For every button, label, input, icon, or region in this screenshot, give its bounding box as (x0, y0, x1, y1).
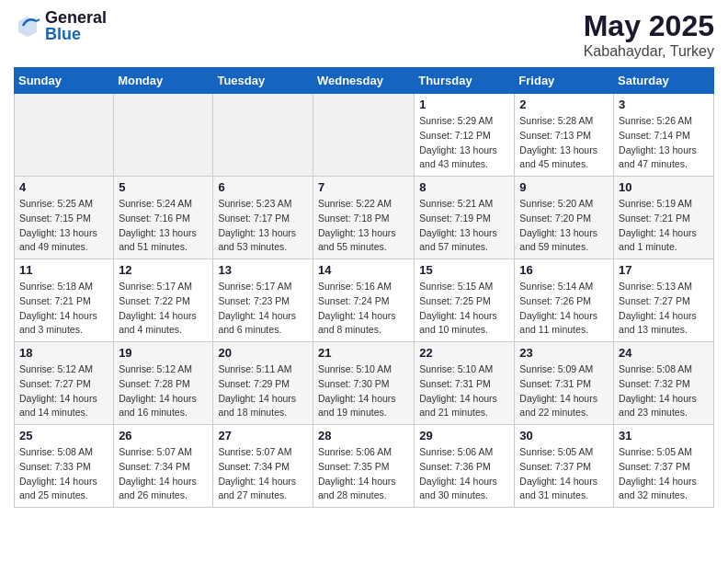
logo-icon (14, 12, 41, 40)
calendar-cell: 2Sunrise: 5:28 AMSunset: 7:13 PMDaylight… (515, 94, 614, 177)
day-info: Sunrise: 5:08 AMSunset: 7:33 PMDaylight:… (19, 445, 108, 503)
calendar-week-row: 1Sunrise: 5:29 AMSunset: 7:12 PMDaylight… (15, 94, 714, 177)
day-info: Sunrise: 5:21 AMSunset: 7:19 PMDaylight:… (419, 197, 509, 255)
calendar-cell: 7Sunrise: 5:22 AMSunset: 7:18 PMDaylight… (313, 177, 414, 259)
day-header-thursday: Thursday (415, 68, 515, 94)
day-number: 16 (519, 263, 609, 277)
day-info: Sunrise: 5:28 AMSunset: 7:13 PMDaylight:… (519, 114, 609, 172)
calendar-cell: 25Sunrise: 5:08 AMSunset: 7:33 PMDayligh… (15, 425, 114, 508)
calendar-cell: 18Sunrise: 5:12 AMSunset: 7:27 PMDayligh… (15, 342, 114, 425)
calendar-cell: 12Sunrise: 5:17 AMSunset: 7:22 PMDayligh… (114, 259, 213, 342)
day-number: 26 (119, 429, 208, 442)
logo-text: General Blue (45, 9, 107, 42)
calendar-cell: 3Sunrise: 5:26 AMSunset: 7:14 PMDaylight… (614, 94, 714, 177)
calendar-week-row: 11Sunrise: 5:18 AMSunset: 7:21 PMDayligh… (15, 259, 714, 342)
calendar-cell (313, 94, 414, 177)
calendar-cell: 14Sunrise: 5:16 AMSunset: 7:24 PMDayligh… (313, 259, 414, 342)
day-number: 3 (619, 98, 709, 111)
day-number: 18 (19, 346, 108, 360)
day-number: 24 (619, 346, 709, 360)
calendar-cell: 20Sunrise: 5:11 AMSunset: 7:29 PMDayligh… (213, 342, 313, 425)
calendar-cell: 15Sunrise: 5:15 AMSunset: 7:25 PMDayligh… (415, 259, 515, 342)
day-info: Sunrise: 5:18 AMSunset: 7:21 PMDaylight:… (19, 280, 108, 338)
day-header-tuesday: Tuesday (213, 68, 313, 94)
day-number: 7 (318, 180, 409, 194)
day-number: 2 (519, 98, 609, 111)
title-block: May 2025 Kabahaydar, Turkey (584, 9, 714, 60)
day-number: 31 (619, 429, 709, 442)
day-info: Sunrise: 5:10 AMSunset: 7:30 PMDaylight:… (318, 362, 409, 420)
day-info: Sunrise: 5:17 AMSunset: 7:22 PMDaylight:… (119, 280, 208, 338)
day-number: 14 (318, 263, 409, 277)
calendar-week-row: 4Sunrise: 5:25 AMSunset: 7:15 PMDaylight… (15, 177, 714, 259)
day-header-friday: Friday (515, 68, 614, 94)
calendar-cell: 13Sunrise: 5:17 AMSunset: 7:23 PMDayligh… (213, 259, 313, 342)
calendar-cell: 26Sunrise: 5:07 AMSunset: 7:34 PMDayligh… (114, 425, 213, 508)
day-info: Sunrise: 5:05 AMSunset: 7:37 PMDaylight:… (619, 445, 709, 503)
day-number: 22 (419, 346, 509, 360)
calendar-cell: 29Sunrise: 5:06 AMSunset: 7:36 PMDayligh… (415, 425, 515, 508)
day-number: 17 (619, 263, 709, 277)
day-number: 13 (218, 263, 308, 277)
calendar-cell: 1Sunrise: 5:29 AMSunset: 7:12 PMDaylight… (415, 94, 515, 177)
day-number: 15 (419, 263, 509, 277)
day-info: Sunrise: 5:22 AMSunset: 7:18 PMDaylight:… (318, 197, 409, 255)
day-info: Sunrise: 5:09 AMSunset: 7:31 PMDaylight:… (519, 362, 609, 420)
calendar-cell: 27Sunrise: 5:07 AMSunset: 7:34 PMDayligh… (213, 425, 313, 508)
calendar-cell: 11Sunrise: 5:18 AMSunset: 7:21 PMDayligh… (15, 259, 114, 342)
day-number: 27 (218, 429, 308, 442)
day-info: Sunrise: 5:20 AMSunset: 7:20 PMDaylight:… (519, 197, 609, 255)
day-info: Sunrise: 5:24 AMSunset: 7:16 PMDaylight:… (119, 197, 208, 255)
day-info: Sunrise: 5:05 AMSunset: 7:37 PMDaylight:… (519, 445, 609, 503)
day-number: 30 (519, 429, 609, 442)
days-header-row: SundayMondayTuesdayWednesdayThursdayFrid… (15, 68, 714, 94)
day-number: 8 (419, 180, 509, 194)
day-header-wednesday: Wednesday (313, 68, 414, 94)
calendar-cell: 19Sunrise: 5:12 AMSunset: 7:28 PMDayligh… (114, 342, 213, 425)
day-header-sunday: Sunday (15, 68, 114, 94)
calendar-cell (213, 94, 313, 177)
day-info: Sunrise: 5:13 AMSunset: 7:27 PMDaylight:… (619, 280, 709, 338)
logo-blue-text: Blue (45, 26, 107, 42)
day-info: Sunrise: 5:19 AMSunset: 7:21 PMDaylight:… (619, 197, 709, 255)
day-info: Sunrise: 5:25 AMSunset: 7:15 PMDaylight:… (19, 197, 108, 255)
calendar-week-row: 18Sunrise: 5:12 AMSunset: 7:27 PMDayligh… (15, 342, 714, 425)
day-number: 6 (218, 180, 308, 194)
day-info: Sunrise: 5:07 AMSunset: 7:34 PMDaylight:… (119, 445, 208, 503)
day-number: 9 (519, 180, 609, 194)
day-number: 25 (19, 429, 108, 442)
calendar-cell: 6Sunrise: 5:23 AMSunset: 7:17 PMDaylight… (213, 177, 313, 259)
day-info: Sunrise: 5:14 AMSunset: 7:26 PMDaylight:… (519, 280, 609, 338)
day-number: 20 (218, 346, 308, 360)
calendar-cell: 5Sunrise: 5:24 AMSunset: 7:16 PMDaylight… (114, 177, 213, 259)
day-number: 29 (419, 429, 509, 442)
calendar-cell: 31Sunrise: 5:05 AMSunset: 7:37 PMDayligh… (614, 425, 714, 508)
day-info: Sunrise: 5:11 AMSunset: 7:29 PMDaylight:… (218, 362, 308, 420)
day-info: Sunrise: 5:08 AMSunset: 7:32 PMDaylight:… (619, 362, 709, 420)
calendar-cell: 8Sunrise: 5:21 AMSunset: 7:19 PMDaylight… (415, 177, 515, 259)
calendar-cell: 30Sunrise: 5:05 AMSunset: 7:37 PMDayligh… (515, 425, 614, 508)
calendar-cell: 28Sunrise: 5:06 AMSunset: 7:35 PMDayligh… (313, 425, 414, 508)
day-info: Sunrise: 5:29 AMSunset: 7:12 PMDaylight:… (419, 114, 509, 172)
calendar-cell (114, 94, 213, 177)
day-number: 23 (519, 346, 609, 360)
day-info: Sunrise: 5:06 AMSunset: 7:35 PMDaylight:… (318, 445, 409, 503)
calendar-cell: 10Sunrise: 5:19 AMSunset: 7:21 PMDayligh… (614, 177, 714, 259)
day-info: Sunrise: 5:12 AMSunset: 7:28 PMDaylight:… (119, 362, 208, 420)
logo: General Blue (14, 9, 107, 42)
day-info: Sunrise: 5:07 AMSunset: 7:34 PMDaylight:… (218, 445, 308, 503)
day-number: 5 (119, 180, 208, 194)
calendar-cell: 9Sunrise: 5:20 AMSunset: 7:20 PMDaylight… (515, 177, 614, 259)
calendar-cell: 22Sunrise: 5:10 AMSunset: 7:31 PMDayligh… (415, 342, 515, 425)
day-number: 4 (19, 180, 108, 194)
day-info: Sunrise: 5:10 AMSunset: 7:31 PMDaylight:… (419, 362, 509, 420)
day-info: Sunrise: 5:06 AMSunset: 7:36 PMDaylight:… (419, 445, 509, 503)
calendar-header: SundayMondayTuesdayWednesdayThursdayFrid… (15, 68, 714, 94)
calendar-cell: 4Sunrise: 5:25 AMSunset: 7:15 PMDaylight… (15, 177, 114, 259)
day-number: 1 (419, 98, 509, 111)
calendar-body: 1Sunrise: 5:29 AMSunset: 7:12 PMDaylight… (15, 94, 714, 508)
day-number: 12 (119, 263, 208, 277)
day-number: 11 (19, 263, 108, 277)
day-info: Sunrise: 5:26 AMSunset: 7:14 PMDaylight:… (619, 114, 709, 172)
location-subtitle: Kabahaydar, Turkey (584, 43, 714, 60)
